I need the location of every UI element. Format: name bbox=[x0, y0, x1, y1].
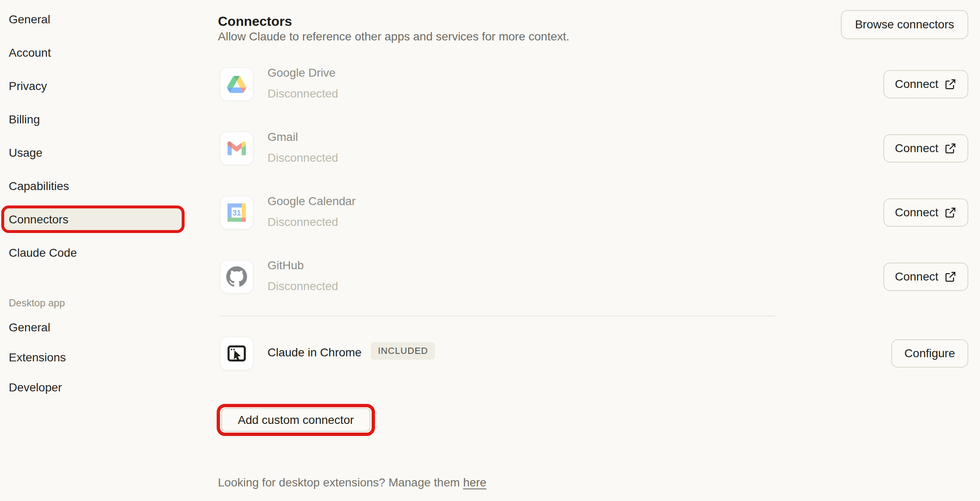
browse-connectors-button[interactable]: Browse connectors bbox=[841, 10, 968, 39]
claude-in-chrome-icon bbox=[226, 343, 248, 364]
connect-gmail-button[interactable]: Connect bbox=[883, 134, 968, 163]
sidebar-item-label: Billing bbox=[9, 113, 40, 126]
sidebar-item-label: Developer bbox=[9, 381, 62, 394]
connector-name: Google Calendar bbox=[268, 194, 356, 208]
external-link-icon bbox=[944, 206, 957, 219]
calendar-day-label: 31 bbox=[232, 209, 241, 217]
connect-google-drive-button[interactable]: Connect bbox=[883, 70, 968, 98]
page-title: Connectors bbox=[218, 14, 292, 29]
sidebar-item-claude-code[interactable]: Claude Code bbox=[0, 244, 192, 262]
google-drive-icon bbox=[227, 76, 246, 93]
connector-status: Disconnected bbox=[268, 151, 338, 165]
connector-name: Claude in Chrome bbox=[268, 346, 362, 360]
connect-github-button[interactable]: Connect bbox=[883, 263, 968, 291]
connector-name: Gmail bbox=[268, 130, 298, 144]
page-subtitle: Allow Claude to reference other apps and… bbox=[218, 30, 570, 43]
sidebar-item-label: Connectors bbox=[9, 213, 68, 226]
included-badge: INCLUDED bbox=[371, 342, 435, 360]
claude-in-chrome-tile bbox=[220, 337, 253, 370]
connectors-panel: Connectors Allow Claude to reference oth… bbox=[208, 0, 980, 501]
sidebar-item-label: Account bbox=[9, 46, 51, 60]
sidebar-item-privacy[interactable]: Privacy bbox=[0, 77, 192, 95]
google-drive-tile bbox=[220, 68, 253, 101]
desktop-extensions-note: Looking for desktop extensions? Manage t… bbox=[218, 476, 486, 489]
google-calendar-icon: 31 bbox=[228, 203, 246, 222]
github-icon bbox=[226, 266, 247, 287]
connect-google-calendar-button[interactable]: Connect bbox=[883, 198, 968, 227]
sidebar-item-connectors[interactable]: Connectors bbox=[0, 210, 192, 229]
sidebar-item-label: Claude Code bbox=[9, 246, 77, 260]
connector-name: Google Drive bbox=[268, 66, 335, 80]
sidebar-item-desktop-developer[interactable]: Developer bbox=[0, 378, 192, 397]
sidebar-item-label: Privacy bbox=[9, 80, 47, 93]
connector-status: Disconnected bbox=[268, 215, 338, 229]
browse-connectors-label: Browse connectors bbox=[855, 18, 954, 31]
add-custom-connector-label: Add custom connector bbox=[238, 413, 354, 427]
external-link-icon bbox=[944, 271, 957, 283]
connector-status: Disconnected bbox=[268, 87, 338, 101]
gmail-icon bbox=[228, 141, 246, 155]
settings-sidebar: General Account Privacy Billing Usage Ca… bbox=[0, 0, 208, 501]
sidebar-item-usage[interactable]: Usage bbox=[0, 144, 192, 162]
connector-status: Disconnected bbox=[268, 279, 338, 293]
github-tile bbox=[220, 260, 253, 293]
external-link-icon bbox=[944, 142, 957, 155]
connector-name: GitHub bbox=[268, 258, 304, 273]
connect-label: Connect bbox=[895, 78, 938, 91]
sidebar-item-desktop-extensions[interactable]: Extensions bbox=[0, 348, 192, 367]
sidebar-item-capabilities[interactable]: Capabilities bbox=[0, 177, 192, 195]
sidebar-item-label: Usage bbox=[9, 146, 42, 160]
sidebar-item-general[interactable]: General bbox=[0, 10, 192, 29]
connect-label: Connect bbox=[895, 270, 938, 283]
manage-extensions-link[interactable]: here bbox=[463, 476, 486, 489]
configure-claude-in-chrome-button[interactable]: Configure bbox=[891, 339, 968, 368]
sidebar-item-label: Capabilities bbox=[9, 180, 69, 193]
sidebar-item-desktop-general[interactable]: General bbox=[0, 318, 192, 337]
connect-label: Connect bbox=[895, 142, 938, 155]
google-calendar-tile: 31 bbox=[220, 196, 253, 229]
sidebar-item-billing[interactable]: Billing bbox=[0, 110, 192, 129]
desktop-extensions-note-text: Looking for desktop extensions? Manage t… bbox=[218, 476, 460, 489]
sidebar-section-desktop-app: Desktop app bbox=[9, 297, 65, 309]
sidebar-item-account[interactable]: Account bbox=[0, 44, 192, 62]
sidebar-item-label: Extensions bbox=[9, 351, 66, 364]
configure-label: Configure bbox=[905, 347, 955, 360]
connect-label: Connect bbox=[895, 206, 938, 219]
add-custom-connector-button[interactable]: Add custom connector bbox=[221, 408, 370, 432]
section-divider bbox=[220, 316, 775, 316]
sidebar-item-label: General bbox=[9, 321, 50, 334]
sidebar-item-label: General bbox=[9, 13, 50, 26]
gmail-tile bbox=[220, 132, 253, 165]
external-link-icon bbox=[944, 78, 957, 90]
